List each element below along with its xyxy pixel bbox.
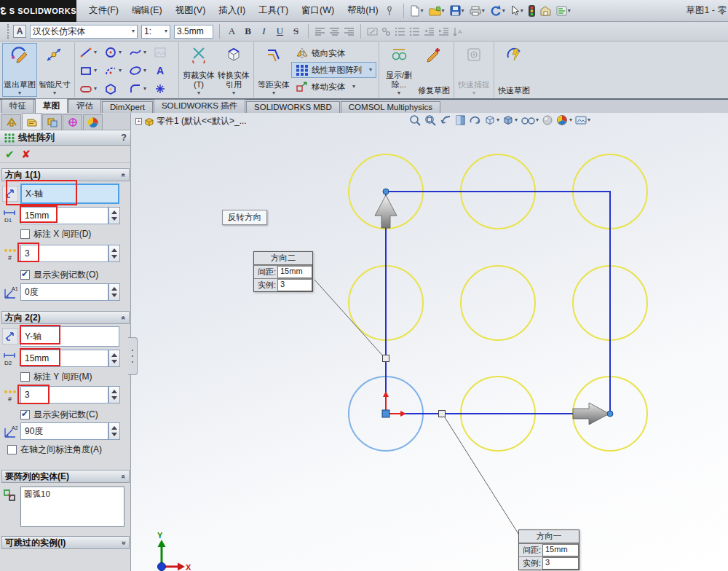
direction2-spacing-spinner[interactable] (108, 350, 120, 367)
move-entities-button[interactable]: 移动实体 ▾ (291, 79, 376, 95)
ok-button[interactable]: ✔ (5, 148, 15, 161)
menu-help[interactable]: 帮助(H) (341, 2, 384, 19)
vertex-handle-topleft[interactable] (383, 189, 389, 194)
text-height-field[interactable]: 3.5mm (174, 25, 213, 39)
display-manager-tab[interactable] (83, 114, 103, 130)
entities-section-header[interactable]: 要阵列的实体(E)« (1, 470, 130, 483)
direction2-count-spinner[interactable] (108, 386, 120, 403)
direction2-callout[interactable]: 方向二 间距: 15mm 实例: 3 (253, 251, 313, 292)
sketch-canvas[interactable]: Y X (131, 113, 728, 571)
dim2-spacing-checkbox[interactable] (20, 372, 30, 382)
angle-between-checkbox-row[interactable]: 在轴之间标注角度(A) (7, 444, 102, 456)
bold-button[interactable]: B (242, 25, 254, 37)
rectangle-tool[interactable]: ▾ (77, 65, 102, 76)
italic-button[interactable]: I (258, 25, 270, 37)
dim2-spacing-checkbox-row[interactable]: 标注 Y 间距(M) (20, 371, 92, 383)
direction1-count-spinner[interactable] (108, 245, 120, 262)
direction1-angle-field[interactable]: 0度 (20, 283, 108, 301)
bullet-list-icon[interactable] (409, 27, 420, 36)
sketch-square-lines[interactable] (386, 192, 610, 414)
print-button[interactable]: ▾ (468, 5, 486, 17)
repair-sketch-button[interactable]: 修复草图 (416, 43, 451, 97)
zoom-area-icon[interactable] (424, 114, 437, 126)
insert-symbol-icon[interactable] (381, 27, 391, 36)
exit-sketch-dropdown[interactable]: ▾ (18, 90, 21, 96)
previous-view-icon[interactable] (440, 114, 452, 126)
options-button[interactable]: ▾ (555, 5, 572, 17)
align-center-icon[interactable] (329, 27, 340, 36)
expand-tree-icon[interactable]: + (135, 118, 142, 125)
help-button[interactable]: ? (121, 133, 127, 143)
direction1-arrow-handle[interactable] (573, 403, 609, 425)
dim1-spacing-checkbox[interactable] (20, 229, 30, 239)
mirror-entities-button[interactable]: 镜向实体 (291, 45, 376, 61)
tab-solidworks-mbd[interactable]: SOLIDWORKS MBD (246, 101, 340, 113)
vertical-text-icon[interactable]: A (453, 27, 462, 36)
note-text-icon[interactable]: A (13, 25, 26, 38)
strikethrough-button[interactable]: S (290, 25, 302, 37)
rotate-view-icon[interactable] (469, 114, 481, 126)
section-view-icon[interactable] (455, 114, 466, 126)
menu-edit[interactable]: 编辑(E) (125, 2, 169, 19)
view-settings-icon[interactable]: ▾ (575, 115, 590, 126)
callout-spacing-value[interactable]: 15mm (277, 266, 312, 278)
tab-solidworks-addins[interactable]: SOLIDWORKS 插件 (154, 99, 245, 113)
reverse-direction2-button[interactable] (2, 328, 18, 344)
pin-icon[interactable] (385, 6, 394, 16)
feature-manager-tab[interactable] (1, 114, 21, 130)
show-count2-checkbox-row[interactable]: 显示实例记数(C) (20, 409, 98, 421)
angle-between-checkbox[interactable] (7, 445, 17, 454)
cancel-button[interactable]: ✘ (22, 148, 31, 161)
vertex-handle-origin[interactable] (382, 410, 389, 417)
new-file-button[interactable]: ▾ (408, 4, 425, 17)
file-properties-button[interactable] (539, 5, 553, 17)
trim-entities-dropdown[interactable]: ▾ (197, 90, 200, 96)
rotate-text-icon[interactable] (367, 27, 378, 36)
align-left-icon[interactable] (314, 27, 325, 36)
offset-entities-button[interactable]: 等距实体 ▾ (256, 43, 291, 97)
property-manager-tab[interactable] (22, 113, 41, 130)
dimxpert-manager-tab[interactable] (63, 114, 82, 130)
midpoint-handle-left-edge[interactable] (383, 355, 389, 362)
direction2-angle-spinner[interactable] (108, 422, 120, 440)
skip-instances-section-header[interactable]: 可跳过的实例(I)« (1, 536, 130, 549)
tab-sketch[interactable]: 草图 (35, 98, 68, 113)
numbered-list-icon[interactable] (395, 27, 405, 36)
exit-sketch-button[interactable]: 退出草图 ▾ (2, 43, 37, 97)
point-tool[interactable] (151, 83, 176, 95)
indent-icon[interactable] (438, 27, 449, 36)
callout-instance-value[interactable]: 3 (277, 279, 312, 291)
convert-entities-button[interactable]: 转换实体引用 ▾ (216, 43, 251, 97)
select-button[interactable]: ▾ (509, 4, 525, 17)
apply-scene-icon[interactable]: ▾ (556, 114, 572, 126)
underline-button[interactable]: U (274, 25, 286, 37)
align-right-icon[interactable] (344, 27, 355, 36)
tab-features[interactable]: 特征 (1, 99, 34, 113)
move-entities-dropdown[interactable]: ▾ (352, 84, 355, 90)
toolbar-grip[interactable] (7, 24, 9, 39)
fillet-tool[interactable]: ▾ (127, 83, 151, 95)
tab-comsol-multiphysics[interactable]: COMSOL Multiphysics (341, 101, 440, 113)
menu-file[interactable]: 文件(F) (82, 2, 125, 19)
flyout-feature-tree[interactable]: + 零件1 (默认<<默认>_... (135, 115, 247, 127)
outdent-icon[interactable] (424, 27, 435, 36)
configuration-manager-tab[interactable] (42, 114, 62, 130)
polygon-tool[interactable] (102, 83, 127, 95)
entities-list-item[interactable]: 圆弧10 (24, 489, 50, 498)
smart-dimension-dropdown[interactable]: ▾ (53, 90, 56, 96)
callout-instance-value[interactable]: 3 (542, 557, 579, 570)
dim1-spacing-checkbox-row[interactable]: 标注 X 间距(D) (20, 228, 91, 240)
menu-tools[interactable]: 工具(T) (252, 2, 295, 19)
edit-appearance-icon[interactable] (542, 114, 553, 126)
show-count2-checkbox[interactable] (20, 410, 30, 420)
direction2-section-header[interactable]: 方向 2(2)« (1, 311, 130, 324)
graphics-viewport[interactable]: + 零件1 (默认<<默认>_... ▾ ▾ ▾ ▾ ▾ (131, 113, 728, 571)
font-color-button[interactable]: A (226, 25, 238, 37)
midpoint-handle-bottom-edge[interactable] (439, 411, 446, 417)
slot-tool[interactable]: ▾ (77, 83, 102, 95)
tab-evaluate[interactable]: 评估 (68, 99, 101, 113)
direction1-angle-spinner[interactable] (108, 283, 120, 301)
display-style-icon[interactable]: ▾ (502, 114, 518, 126)
show-count1-checkbox-row[interactable]: 显示实例记数(O) (20, 269, 98, 281)
trim-entities-button[interactable]: 剪裁实体(T) ▾ (181, 43, 216, 97)
